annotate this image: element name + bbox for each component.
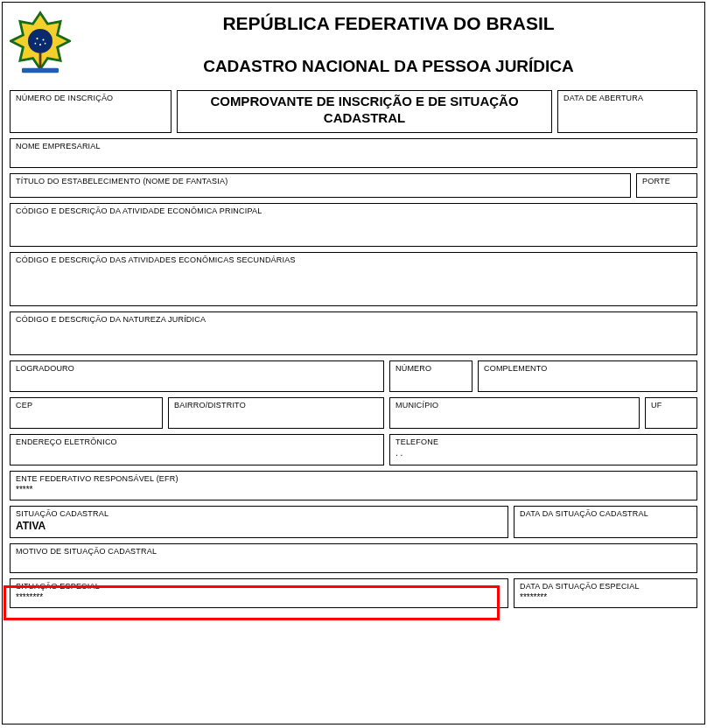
label-porte: PORTE [642, 177, 691, 186]
cell-uf: UF [645, 397, 697, 429]
value-efr: ***** [16, 485, 691, 494]
svg-point-2 [28, 29, 52, 53]
label-data-abertura: DATA DE ABERTURA [564, 94, 691, 102]
cell-data-situacao-cadastral: DATA DA SITUAÇÃO CADASTRAL [514, 506, 697, 538]
svg-rect-9 [22, 68, 59, 74]
cell-atividade-principal: CÓDIGO E DESCRIÇÃO DA ATIVIDADE ECONÔMIC… [10, 203, 697, 247]
label-numero: NÚMERO [396, 364, 466, 373]
cell-bairro: BAIRRO/DISTRITO [168, 397, 384, 429]
row-situacao-especial: SITUAÇÃO ESPECIAL ******** DATA DA SITUA… [10, 578, 697, 608]
label-endereco-eletronico: ENDEREÇO ELETRÔNICO [16, 438, 378, 446]
cell-motivo-situacao: MOTIVO DE SITUAÇÃO CADASTRAL [10, 543, 697, 573]
value-data-situacao-especial: ******** [520, 592, 691, 602]
svg-point-6 [45, 43, 46, 45]
row-atividade-principal: CÓDIGO E DESCRIÇÃO DA ATIVIDADE ECONÔMIC… [10, 203, 697, 247]
svg-point-3 [36, 38, 38, 39]
cell-efr: ENTE FEDERATIVO RESPONSÁVEL (EFR) ***** [10, 471, 697, 500]
svg-rect-8 [39, 53, 42, 71]
label-numero-inscricao: NÚMERO DE INSCRIÇÃO [16, 94, 165, 102]
label-situacao-cadastral: SITUAÇÃO CADASTRAL [16, 509, 502, 518]
label-data-situacao-especial: DATA DA SITUAÇÃO ESPECIAL [520, 582, 691, 591]
cell-numero-inscricao: NÚMERO DE INSCRIÇÃO [10, 90, 172, 133]
label-situacao-especial: SITUAÇÃO ESPECIAL [16, 582, 502, 591]
row-endereco1: LOGRADOURO NÚMERO COMPLEMENTO [10, 360, 697, 392]
label-motivo-situacao: MOTIVO DE SITUAÇÃO CADASTRAL [16, 547, 691, 556]
row-natureza: CÓDIGO E DESCRIÇÃO DA NATUREZA JURÍDICA [10, 312, 697, 355]
label-municipio: MUNICÍPIO [396, 401, 634, 410]
cell-logradouro: LOGRADOURO [10, 360, 384, 392]
value-situacao-especial: ******** [16, 592, 502, 602]
cell-comprovante-headline: COMPROVANTE DE INSCRIÇÃO E DE SITUAÇÃO C… [177, 90, 552, 133]
row-endereco2: CEP BAIRRO/DISTRITO MUNICÍPIO UF [10, 397, 697, 429]
row-situacao-cadastral: SITUAÇÃO CADASTRAL ATIVA DATA DA SITUAÇÃ… [10, 506, 697, 538]
title-block: REPÚBLICA FEDERATIVA DO BRASIL CADASTRO … [80, 8, 697, 81]
svg-point-7 [35, 43, 37, 45]
label-efr: ENTE FEDERATIVO RESPONSÁVEL (EFR) [16, 474, 691, 483]
cell-natureza-juridica: CÓDIGO E DESCRIÇÃO DA NATUREZA JURÍDICA [10, 312, 697, 355]
title-sub: CADASTRO NACIONAL DA PESSOA JURÍDICA [80, 57, 697, 76]
label-titulo-estabelecimento: TÍTULO DO ESTABELECIMENTO (NOME DE FANTA… [16, 177, 625, 186]
cell-atividades-secundarias: CÓDIGO E DESCRIÇÃO DAS ATIVIDADES ECONÔM… [10, 252, 697, 306]
label-natureza-juridica: CÓDIGO E DESCRIÇÃO DA NATUREZA JURÍDICA [16, 315, 691, 324]
cell-porte: PORTE [636, 173, 697, 198]
row-motivo: MOTIVO DE SITUAÇÃO CADASTRAL [10, 543, 697, 573]
cell-data-abertura: DATA DE ABERTURA [557, 90, 697, 133]
row-efr: ENTE FEDERATIVO RESPONSÁVEL (EFR) ***** [10, 471, 697, 500]
cell-data-situacao-especial: DATA DA SITUAÇÃO ESPECIAL ******** [514, 578, 697, 608]
label-cep: CEP [16, 401, 157, 410]
label-data-situacao-cadastral: DATA DA SITUAÇÃO CADASTRAL [520, 509, 691, 518]
value-telefone: . . [396, 448, 691, 458]
label-logradouro: LOGRADOURO [16, 364, 378, 373]
row-titulo-porte: TÍTULO DO ESTABELECIMENTO (NOME DE FANTA… [10, 173, 697, 198]
headline-comprovante: COMPROVANTE DE INSCRIÇÃO E DE SITUAÇÃO C… [183, 94, 546, 127]
cell-municipio: MUNICÍPIO [389, 397, 640, 429]
row-contato: ENDEREÇO ELETRÔNICO TELEFONE . . [10, 434, 697, 466]
cell-situacao-cadastral: SITUAÇÃO CADASTRAL ATIVA [10, 506, 508, 538]
brazil-emblem-icon [10, 8, 71, 78]
label-nome-empresarial: NOME EMPRESARIAL [16, 142, 691, 150]
cell-cep: CEP [10, 397, 163, 429]
document-page: REPÚBLICA FEDERATIVA DO BRASIL CADASTRO … [2, 2, 705, 724]
cell-titulo-estabelecimento: TÍTULO DO ESTABELECIMENTO (NOME DE FANTA… [10, 173, 631, 198]
label-atividade-principal: CÓDIGO E DESCRIÇÃO DA ATIVIDADE ECONÔMIC… [16, 206, 691, 215]
cell-numero: NÚMERO [389, 360, 472, 392]
cell-endereco-eletronico: ENDEREÇO ELETRÔNICO [10, 434, 384, 466]
label-uf: UF [651, 401, 691, 410]
value-situacao-cadastral: ATIVA [16, 520, 502, 532]
label-telefone: TELEFONE [396, 438, 691, 446]
cell-telefone: TELEFONE . . [389, 434, 697, 466]
row-nome: NOME EMPRESARIAL [10, 138, 697, 168]
row-top: NÚMERO DE INSCRIÇÃO COMPROVANTE DE INSCR… [10, 90, 697, 133]
cell-situacao-especial: SITUAÇÃO ESPECIAL ******** [10, 578, 508, 608]
row-atividades-secundarias: CÓDIGO E DESCRIÇÃO DAS ATIVIDADES ECONÔM… [10, 252, 697, 306]
header: REPÚBLICA FEDERATIVA DO BRASIL CADASTRO … [10, 8, 697, 81]
svg-point-5 [39, 44, 41, 46]
label-atividades-secundarias: CÓDIGO E DESCRIÇÃO DAS ATIVIDADES ECONÔM… [16, 256, 691, 264]
label-complemento: COMPLEMENTO [484, 364, 691, 373]
svg-point-4 [42, 38, 44, 40]
title-main: REPÚBLICA FEDERATIVA DO BRASIL [80, 13, 697, 34]
label-bairro: BAIRRO/DISTRITO [174, 401, 378, 410]
cell-complemento: COMPLEMENTO [478, 360, 697, 392]
cell-nome-empresarial: NOME EMPRESARIAL [10, 138, 697, 168]
